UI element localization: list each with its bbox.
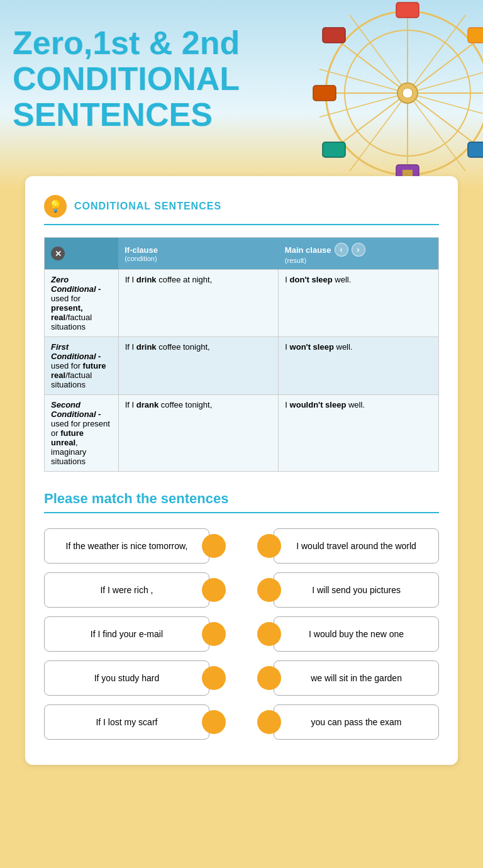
table-cell-main-first: I won't sleep well.: [279, 337, 439, 395]
header-title-block: Zero,1st & 2nd CONDITIONAL SENTENCES: [13, 25, 240, 133]
table-cell-if-first: If I drink coffee tonight,: [118, 337, 279, 395]
match-title: Please match the sentences: [44, 491, 439, 507]
svg-rect-13: [468, 28, 483, 43]
match-left-3: If I find your e-mail: [44, 616, 226, 652]
match-row-2: If I were rich , I will send you picture…: [44, 572, 439, 608]
match-dot-right-3[interactable]: [257, 622, 281, 646]
match-dot-left-3[interactable]: [202, 622, 226, 646]
prev-nav-icon[interactable]: ‹: [335, 243, 348, 257]
svg-rect-15: [468, 142, 483, 157]
match-left-1: If the weather is nice tomorrow,: [44, 528, 226, 564]
bulb-icon: 💡: [44, 195, 67, 218]
match-right-5: you can pass the exam: [257, 704, 439, 740]
svg-rect-12: [396, 3, 419, 18]
match-box-right-2[interactable]: I will send you pictures: [274, 572, 439, 608]
match-dot-left-4[interactable]: [202, 666, 226, 690]
match-box-right-3[interactable]: I would buy the new one: [274, 616, 439, 652]
section-header: 💡 CONDITIONAL SENTENCES: [44, 195, 439, 218]
table-row-second: Second Conditional - used for present or…: [45, 395, 439, 472]
match-dot-right-1[interactable]: [257, 534, 281, 558]
section-title: CONDITIONAL SENTENCES: [74, 201, 221, 212]
match-box-right-5[interactable]: you can pass the exam: [274, 704, 439, 740]
table-row-first: First Conditional - used for future real…: [45, 337, 439, 395]
match-right-2: I will send you pictures: [257, 572, 439, 608]
table-th-if: If-clause (condition): [118, 238, 279, 270]
table-cell-main-zero: I don't sleep well.: [279, 270, 439, 337]
header: Zero,1st & 2nd CONDITIONAL SENTENCES: [0, 0, 483, 189]
section-divider: [44, 224, 439, 225]
match-grid: If the weather is nice tomorrow, I would…: [44, 528, 439, 740]
match-divider: [44, 512, 439, 513]
match-right-1: I would travel around the world: [257, 528, 439, 564]
match-right-3: I would buy the new one: [257, 616, 439, 652]
match-box-left-2[interactable]: If I were rich ,: [44, 572, 209, 608]
match-box-left-3[interactable]: If I find your e-mail: [44, 616, 209, 652]
page-title: Zero,1st & 2nd CONDITIONAL SENTENCES: [13, 25, 240, 133]
table-cell-type-zero: Zero Conditional - used for present, rea…: [45, 270, 119, 337]
table-cell-type-first: First Conditional - used for future real…: [45, 337, 119, 395]
svg-rect-19: [323, 28, 345, 43]
table-cell-main-second: I wouldn't sleep well.: [279, 395, 439, 472]
match-row-3: If I find your e-mail I would buy the ne…: [44, 616, 439, 652]
ferris-wheel-decoration: [231, 0, 483, 189]
match-dot-right-2[interactable]: [257, 578, 281, 602]
match-left-4: If you study hard: [44, 660, 226, 696]
table-th-x: ✕: [45, 238, 119, 270]
match-box-left-4[interactable]: If you study hard: [44, 660, 209, 696]
match-row-1: If the weather is nice tomorrow, I would…: [44, 528, 439, 564]
match-dot-right-4[interactable]: [257, 666, 281, 690]
svg-rect-17: [323, 142, 345, 157]
match-row-5: If I lost my scarf you can pass the exam: [44, 704, 439, 740]
match-box-left-1[interactable]: If the weather is nice tomorrow,: [44, 528, 209, 564]
conditional-table-corrected: ✕ If-clause (condition) Main clause ‹ › …: [44, 237, 439, 472]
match-dot-left-1[interactable]: [202, 534, 226, 558]
table-th-main: Main clause ‹ › (result): [279, 238, 439, 270]
match-left-5: If I lost my scarf: [44, 704, 226, 740]
main-card: 💡 CONDITIONAL SENTENCES ✕ If-clause (con…: [25, 176, 458, 765]
match-dot-right-5[interactable]: [257, 710, 281, 734]
next-nav-icon[interactable]: ›: [352, 243, 365, 257]
table-row-zero: Zero Conditional - used for present, rea…: [45, 270, 439, 337]
match-left-2: If I were rich ,: [44, 572, 226, 608]
svg-rect-18: [313, 86, 336, 101]
match-row-4: If you study hard we will sit in the gar…: [44, 660, 439, 696]
match-box-right-1[interactable]: I would travel around the world: [274, 528, 439, 564]
match-dot-left-2[interactable]: [202, 578, 226, 602]
table-cell-type-second: Second Conditional - used for present or…: [45, 395, 119, 472]
match-box-left-5[interactable]: If I lost my scarf: [44, 704, 209, 740]
match-dot-left-5[interactable]: [202, 710, 226, 734]
match-right-4: we will sit in the garden: [257, 660, 439, 696]
x-icon[interactable]: ✕: [51, 247, 65, 260]
table-cell-if-zero: If I drink coffee at night,: [118, 270, 279, 337]
svg-point-11: [402, 88, 413, 98]
match-box-right-4[interactable]: we will sit in the garden: [274, 660, 439, 696]
table-cell-if-second: If I drank coffee tonight,: [118, 395, 279, 472]
